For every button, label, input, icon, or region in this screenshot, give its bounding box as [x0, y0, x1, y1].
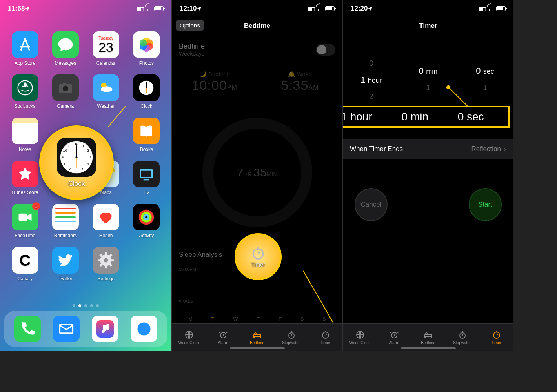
app-health[interactable]: Health [88, 204, 124, 238]
tab-timer[interactable]: Timer [479, 324, 513, 351]
twitter-icon[interactable] [52, 247, 79, 274]
day-label: T [257, 316, 260, 322]
home-indicator[interactable] [401, 347, 456, 349]
starbucks-icon[interactable] [12, 74, 38, 101]
app-books[interactable]: Books [129, 118, 164, 152]
photos-icon[interactable] [133, 31, 160, 58]
svg-line-35 [100, 264, 102, 266]
dock-app-phone[interactable] [14, 316, 41, 342]
app-settings[interactable]: Settings [88, 247, 124, 281]
app-activity[interactable]: Activity [129, 204, 164, 238]
dock-app-music[interactable] [92, 316, 118, 342]
dock-app-safari[interactable] [131, 316, 157, 342]
cal-icon[interactable]: Tuesday23 [93, 31, 119, 58]
tab-label: World Clock [349, 341, 371, 345]
weather-icon[interactable] [93, 74, 119, 101]
app-facetime[interactable]: 1FaceTime [7, 204, 43, 238]
app-messages[interactable]: Messages [47, 31, 83, 66]
page-dot[interactable] [84, 304, 87, 307]
timer-button-row: Cancel Start [343, 188, 513, 221]
sleep-duration-ring[interactable]: 7HR 35MIN [202, 118, 312, 227]
tab-alarm[interactable]: Alarm [206, 324, 240, 351]
options-button[interactable]: Options [176, 20, 204, 31]
app-clock[interactable]: Clock [129, 74, 164, 109]
bedtime-toggle[interactable] [316, 44, 335, 56]
svg-text:9: 9 [62, 155, 64, 159]
picker-value-below: 2 [369, 92, 373, 101]
app-calendar[interactable]: Tuesday23Calendar [88, 31, 124, 66]
alarm-icon [390, 330, 399, 339]
reminders-icon[interactable] [52, 204, 79, 230]
picker-unit: hour [368, 76, 382, 84]
app-photos[interactable]: Photos [129, 31, 164, 66]
svg-rect-23 [18, 214, 27, 221]
page-indicator[interactable] [0, 304, 171, 307]
svg-text:8: 8 [64, 162, 66, 166]
tab-bedtime[interactable]: Bedtime [411, 324, 445, 351]
video-icon[interactable]: 1 [12, 204, 38, 230]
svg-point-58 [253, 249, 263, 259]
clock-app-icon-large: 1212 345 678 91011 [57, 138, 96, 177]
tab-bar: World ClockAlarmBedtimeStopwatchTimer [343, 323, 513, 351]
notes-icon[interactable] [12, 118, 38, 144]
app-label: Settings [97, 276, 114, 281]
svg-point-72 [426, 333, 427, 334]
tab-world-clock[interactable]: World Clock [172, 324, 206, 351]
tab-bedtime[interactable]: Bedtime [240, 324, 274, 351]
app-weather[interactable]: Weather [88, 74, 124, 109]
book-icon[interactable] [133, 118, 160, 144]
message-icon[interactable] [52, 31, 79, 58]
activity-icon[interactable] [133, 204, 160, 230]
start-button[interactable]: Start [469, 188, 502, 221]
canary-icon[interactable]: C [12, 247, 38, 274]
bedtime-toggle-row: Bedtime Weekdays [172, 38, 342, 62]
wake-value: 5:35 [281, 78, 308, 93]
svg-point-28 [104, 258, 108, 263]
clock-icon[interactable] [133, 74, 160, 101]
stopwatch-icon [287, 330, 296, 339]
page-dot-active[interactable] [78, 304, 81, 307]
app-reminders[interactable]: Reminders [47, 204, 83, 238]
battery-icon [496, 6, 506, 11]
star-icon[interactable] [12, 161, 38, 187]
app-app-store[interactable]: App Store [7, 31, 43, 66]
app-label: Canary [17, 276, 33, 281]
zoom-callout-timer: Timer [235, 233, 282, 280]
notification-badge: 1 [32, 202, 40, 210]
timer-readout-highlight: 1 hour 0 min 0 sec [342, 106, 510, 128]
app-notes[interactable]: Notes [7, 118, 43, 152]
page-dot[interactable] [96, 304, 99, 307]
tab-timer[interactable]: Timer [308, 324, 342, 351]
tab-alarm[interactable]: Alarm [377, 324, 411, 351]
app-canary[interactable]: CCanary [7, 247, 43, 281]
heart-icon[interactable] [93, 204, 119, 230]
cancel-button[interactable]: Cancel [355, 188, 388, 221]
sleep-analysis-bot-line: 5:35AM [179, 299, 335, 304]
camera-icon[interactable] [52, 74, 79, 101]
svg-point-53 [75, 156, 77, 158]
when-timer-ends-row[interactable]: When Timer Ends Reflection [343, 139, 513, 159]
battery-icon [325, 6, 335, 11]
tv-icon[interactable] [133, 161, 160, 187]
tab-world-clock[interactable]: World Clock [343, 324, 377, 351]
tab-stopwatch[interactable]: Stopwatch [445, 324, 479, 351]
app-label: Maps [100, 190, 111, 195]
appstore-icon[interactable] [12, 31, 38, 58]
page-dot[interactable] [90, 304, 93, 307]
app-starbucks[interactable]: Starbucks [7, 74, 43, 109]
tab-label: Alarm [218, 341, 228, 345]
tab-stopwatch[interactable]: Stopwatch [274, 324, 308, 351]
tab-label: Timer [320, 341, 330, 345]
gear-icon[interactable] [93, 247, 119, 274]
page-dot[interactable] [73, 304, 75, 307]
alarm-icon [218, 330, 228, 339]
app-tv[interactable]: TV [129, 161, 164, 195]
location-icon [369, 5, 373, 13]
app-camera[interactable]: Camera [47, 74, 83, 109]
app-itunes-store[interactable]: iTunes Store [7, 161, 43, 195]
home-indicator[interactable] [230, 347, 285, 349]
svg-point-26 [144, 215, 149, 220]
dock-app-mail[interactable] [53, 316, 80, 342]
app-twitter[interactable]: Twitter [47, 247, 83, 281]
app-label: Photos [139, 60, 154, 66]
